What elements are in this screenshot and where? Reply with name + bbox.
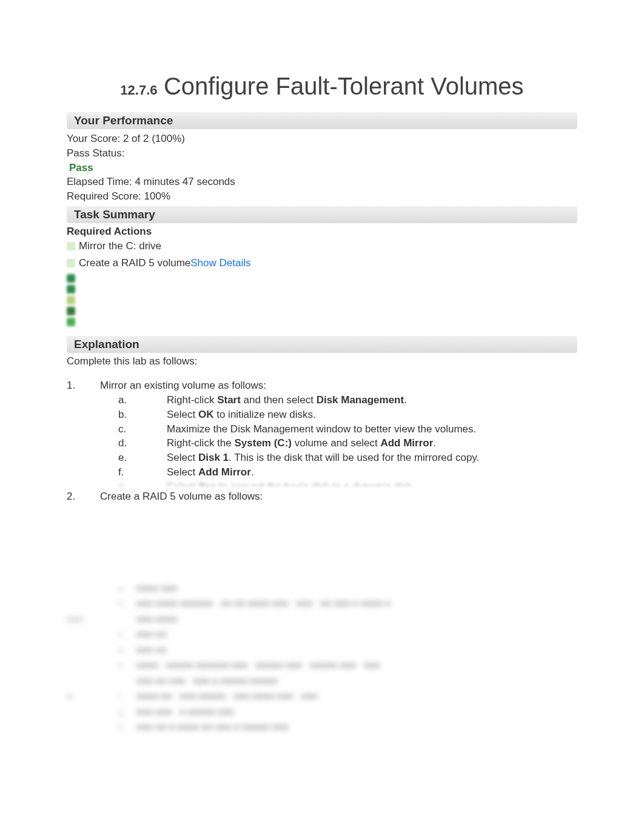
substep-item: e. Select Disk 1. This is the disk that … (100, 451, 577, 465)
obscured-icon (67, 296, 75, 304)
pass-value: Pass (69, 161, 577, 175)
step-text: Mirror an existing volume as follows: (100, 380, 266, 391)
action-row: Mirror the C: drive (67, 240, 644, 252)
substep-marker: c. (118, 422, 136, 437)
substep-text: Right-click the System (C:) volume and s… (167, 436, 577, 451)
action-row: Create a RAID 5 volumeShow Details (67, 257, 644, 269)
action-text: Create a RAID 5 volume (79, 257, 190, 269)
substep-text: Right-click Start and then select Disk M… (167, 393, 577, 407)
step-item: 2. Create a RAID 5 volume as follows: (67, 491, 577, 503)
step-item: 1. Mirror an existing volume as follows:… (67, 380, 577, 486)
explanation-intro: Complete this lab as follows: (67, 355, 577, 367)
steps-list: 1. Mirror an existing volume as follows:… (67, 380, 577, 503)
substep-item-obscured: g. Select Yes to convert the basic disk … (100, 480, 577, 486)
substep-marker: d. (118, 436, 136, 451)
score-line: Your Score: 2 of 2 (100%) (67, 132, 577, 146)
substep-item: f. Select Add Mirror. (100, 465, 577, 480)
obscured-content-block: a.■■■■ ■■■ b.■■■ ■■■■ ■■■■■■ ■■ ■■ ■■■■ … (67, 582, 577, 734)
performance-block: Your Score: 2 of 2 (100%) Pass Status: P… (67, 132, 577, 204)
explanation-header: Explanation (67, 336, 577, 353)
substep-item: a. Right-click Start and then select Dis… (100, 393, 577, 407)
substep-text: Select OK to initialize new disks. (167, 407, 577, 422)
elapsed-time: Elapsed Time: 4 minutes 47 seconds (67, 175, 577, 189)
obscured-content (67, 274, 644, 326)
check-icon (67, 259, 75, 267)
substep-marker: a. (118, 393, 136, 407)
action-text: Mirror the C: drive (79, 240, 161, 252)
substep-marker: b. (118, 407, 136, 422)
performance-header: Your Performance (67, 112, 577, 129)
substep-marker: e. (118, 451, 136, 465)
pass-label: Pass Status: (67, 147, 124, 159)
obscured-icon (67, 318, 75, 326)
task-summary-header: Task Summary (67, 206, 577, 223)
substep-text: Select Disk 1. This is the disk that wil… (167, 451, 577, 465)
obscured-icon (67, 285, 75, 293)
substep-text: Maximize the Disk Management window to b… (167, 422, 577, 437)
step-text: Create a RAID 5 volume as follows: (100, 491, 263, 502)
title-number: 12.7.6 (120, 82, 157, 98)
obscured-icon (67, 307, 75, 315)
required-actions-label: Required Actions (67, 226, 577, 238)
step-number: 1. (67, 380, 100, 486)
check-icon (67, 242, 75, 250)
page-title: 12.7.6 Configure Fault-Tolerant Volumes (0, 73, 644, 100)
substep-marker: f. (118, 465, 136, 480)
show-details-link[interactable]: Show Details (190, 257, 250, 269)
title-text: Configure Fault-Tolerant Volumes (164, 73, 524, 99)
substep-item: d. Right-click the System (C:) volume an… (100, 436, 577, 451)
substep-item: b. Select OK to initialize new disks. (100, 407, 577, 422)
substep-item: c. Maximize the Disk Management window t… (100, 422, 577, 437)
step-number: 2. (67, 491, 100, 503)
obscured-icon (67, 274, 75, 283)
substep-text: Select Add Mirror. (167, 465, 577, 480)
substeps-list: a. Right-click Start and then select Dis… (100, 393, 577, 486)
required-score: Required Score: 100% (67, 189, 577, 204)
